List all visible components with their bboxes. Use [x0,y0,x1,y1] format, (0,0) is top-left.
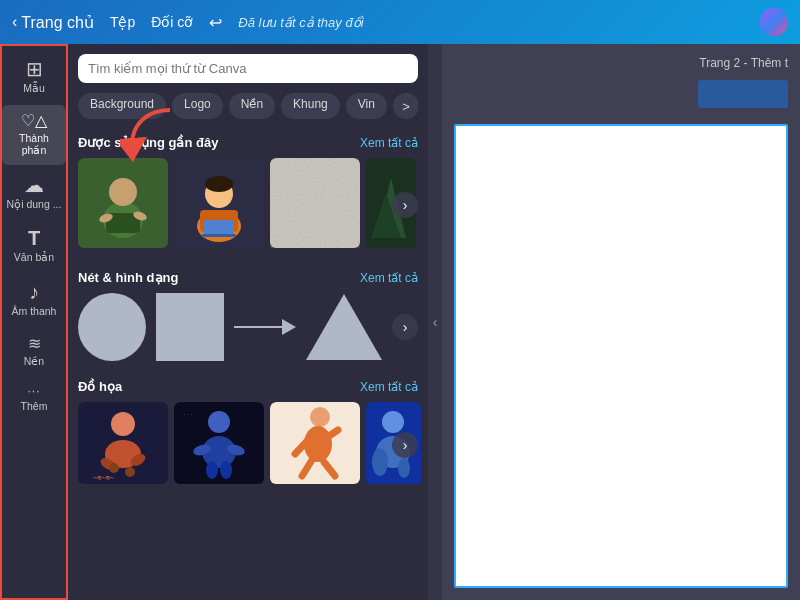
more-icon: ··· [27,385,40,397]
canvas-area: Trang 2 - Thêm t [442,44,800,600]
canvas-toolbar-bar [698,80,788,108]
graphic-item-1[interactable]: ~≋~≋~ [78,402,168,488]
sidebar: ⊞ Mẫu ♡△ Thành phần ☁ Nội dung ... T Văn… [0,44,68,600]
music-icon: ♪ [29,282,39,302]
sidebar-label-thanh-phan: Thành phần [6,132,62,157]
svg-rect-16 [270,158,360,248]
shape-circle[interactable] [78,293,146,361]
shapes-row: › [78,293,418,361]
gradient-button[interactable] [760,8,788,36]
shape-arrow[interactable] [234,319,296,335]
graphics-section-header: Đồ họa Xem tất cả [78,379,418,394]
sidebar-item-noi-dung[interactable]: ☁ Nội dung ... [2,167,66,219]
chip-logo[interactable]: Logo [172,93,223,119]
svg-rect-12 [202,234,236,237]
elements-panel: Background Logo Nền Khung Vin > Được sử … [68,44,428,600]
recent-view-all[interactable]: Xem tất cả [360,136,418,150]
svg-point-33 [206,461,218,479]
chip-background[interactable]: Background [78,93,166,119]
svg-point-47 [398,458,410,478]
main-layout: ⊞ Mẫu ♡△ Thành phần ☁ Nội dung ... T Văn… [0,44,800,600]
graphic-item-3[interactable] [270,402,360,488]
svg-point-29 [208,411,230,433]
undo-button[interactable]: ↩ [209,13,222,32]
shapes-view-all[interactable]: Xem tất cả [360,271,418,285]
graphic-item-2[interactable]: · · · [174,402,264,488]
recent-section-header: Được sử dụng gần đây Xem tất cả [78,135,418,150]
sidebar-item-nen[interactable]: ≋ Nền [2,328,66,376]
search-box[interactable] [78,54,418,83]
recent-item-3[interactable] [270,158,360,252]
background-icon: ≋ [28,336,41,352]
file-menu[interactable]: Tệp [110,14,135,30]
canvas-page-label: Trang 2 - Thêm t [699,56,788,70]
chip-more-button[interactable]: > [393,93,418,119]
svg-text:· · ·: · · · [184,411,193,417]
home-label: Trang chủ [21,13,94,32]
sidebar-label-them: Thêm [21,400,48,413]
sidebar-item-mau[interactable]: ⊞ Mẫu [2,51,66,103]
chip-vin[interactable]: Vin [346,93,387,119]
sidebar-label-am-thanh: Âm thanh [12,305,57,318]
topbar: ‹ Trang chủ Tệp Đối cỡ ↩ Đã lưu tất cả t… [0,0,800,44]
filter-chips: Background Logo Nền Khung Vin > [78,93,418,119]
svg-point-44 [382,411,404,433]
graphics-grid: ~≋~≋~ · · · [78,402,418,488]
graphics-more-button[interactable]: › [392,432,418,458]
shapes-title: Nét & hình dạng [78,270,178,285]
sidebar-label-nen: Nền [24,355,44,368]
graphics-title: Đồ họa [78,379,122,394]
svg-point-21 [111,412,135,436]
chip-nen[interactable]: Nền [229,93,275,119]
sidebar-item-thanh-phan[interactable]: ♡△ Thành phần [2,105,66,165]
svg-point-25 [109,463,119,473]
sidebar-item-them[interactable]: ··· Thêm [2,377,66,421]
recent-item-2[interactable] [174,158,264,252]
text-icon: T [28,228,40,248]
recent-more-button[interactable]: › [392,192,418,218]
shapes-section-header: Nét & hình dạng Xem tất cả [78,270,418,285]
recent-title: Được sử dụng gần đây [78,135,218,150]
shape-triangle[interactable] [306,294,382,360]
sidebar-label-van-ban: Văn bản [14,251,54,264]
back-button[interactable]: ‹ Trang chủ [12,13,94,32]
svg-text:~≋~≋~: ~≋~≋~ [93,474,114,482]
svg-point-26 [125,467,135,477]
panel-collapse-handle[interactable]: ‹ [428,44,442,600]
saved-status: Đã lưu tất cả thay đổi [238,15,363,30]
recent-item-1[interactable] [78,158,168,252]
recent-grid: › [78,158,418,252]
sidebar-item-van-ban[interactable]: T Văn bản [2,220,66,272]
components-icon: ♡△ [21,113,47,129]
svg-point-46 [372,448,388,476]
svg-rect-11 [204,220,234,236]
grid-icon: ⊞ [26,59,43,79]
canvas-page[interactable] [454,124,788,588]
svg-point-13 [205,176,233,192]
sidebar-label-noi-dung: Nội dung ... [7,198,62,211]
font-menu[interactable]: Đối cỡ [151,14,193,30]
sidebar-item-am-thanh[interactable]: ♪ Âm thanh [2,274,66,326]
graphics-view-all[interactable]: Xem tất cả [360,380,418,394]
shape-square[interactable] [156,293,224,361]
svg-point-37 [310,407,330,427]
cloud-icon: ☁ [24,175,44,195]
svg-point-34 [220,461,232,479]
svg-point-3 [109,178,137,206]
sidebar-label-mau: Mẫu [23,82,45,95]
search-input[interactable] [88,61,408,76]
chip-khung[interactable]: Khung [281,93,340,119]
shapes-more-button[interactable]: › [392,314,418,340]
